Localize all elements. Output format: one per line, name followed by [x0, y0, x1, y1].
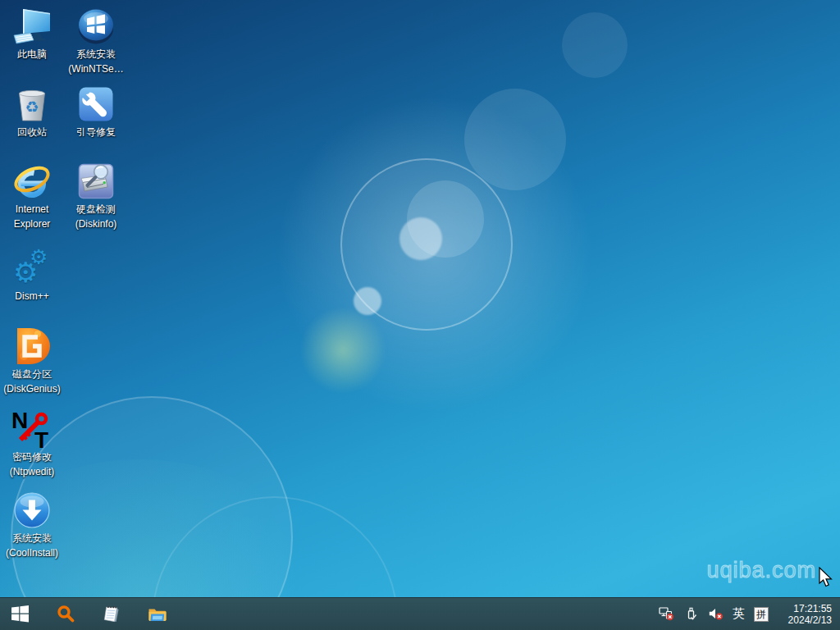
input-language-indicator[interactable]: 英 [733, 607, 745, 621]
desktop-icon-winntsetup[interactable]: 系统安装 (WinNTSe… [64, 7, 128, 75]
internet-explorer-icon [12, 162, 52, 201]
notepad-icon [103, 605, 121, 623]
system-tray: 英 拼 17:21:55 2024/2/13 [659, 598, 840, 630]
usb-safely-remove-icon[interactable] [683, 607, 699, 621]
boot-repair-icon [76, 84, 116, 124]
diskgenius-icon [12, 326, 52, 366]
letter-t: T [34, 427, 48, 449]
desktop-icon-coolinstall[interactable]: 系统安装 (CoolInstall) [0, 491, 64, 559]
windows-logo-icon [11, 605, 29, 623]
desktop-icon-diskgenius[interactable]: 磁盘分区 (DiskGenius) [0, 326, 64, 395]
clock-date: 2024/2/13 [781, 614, 832, 626]
mouse-cursor [819, 567, 835, 590]
diskinfo-icon [76, 162, 116, 201]
ntpwedit-icon: N T [12, 409, 52, 449]
taskbar-clock[interactable]: 17:21:55 2024/2/13 [778, 603, 832, 626]
icon-label: (DiskGenius) [0, 383, 64, 395]
letter-n: N [12, 409, 28, 433]
icon-label: 密码修改 [0, 451, 64, 463]
icon-label: (Diskinfo) [64, 218, 128, 231]
start-button[interactable] [0, 598, 39, 630]
this-pc-icon [12, 7, 52, 46]
ime-pinyin-indicator[interactable]: 拼 [754, 607, 769, 622]
desktop[interactable]: 此电脑 系统安装 (WinNTSe… [0, 0, 840, 597]
volume-muted-icon[interactable] [708, 607, 724, 621]
icon-label: Dism++ [0, 290, 64, 303]
desktop-icon-boot-repair[interactable]: 引导修复 [64, 84, 128, 139]
recycle-bin-icon: ♻ [12, 84, 52, 124]
desktop-icon-diskinfo[interactable]: 硬盘检测 (Diskinfo) [64, 162, 128, 231]
icon-label: 硬盘检测 [64, 203, 128, 216]
icon-label: (WinNTSe… [64, 63, 128, 75]
notepad-button[interactable] [92, 598, 131, 630]
icon-label: 系统安装 [0, 532, 64, 545]
desktop-icon-recycle-bin[interactable]: ♻ 回收站 [0, 84, 64, 139]
icon-label: Internet [0, 203, 64, 216]
file-explorer-button[interactable] [138, 598, 177, 630]
icon-label: 系统安装 [64, 48, 128, 61]
clock-time: 17:21:55 [781, 603, 832, 614]
winntsetup-icon [76, 7, 116, 46]
watermark: uqiba.com [706, 558, 816, 583]
coolinstall-icon [12, 491, 52, 530]
search-icon [57, 605, 75, 623]
icon-label: (Ntpwedit) [0, 466, 64, 478]
network-disconnected-icon[interactable] [659, 607, 674, 621]
icon-label: 引导修复 [64, 126, 128, 139]
icon-label: 磁盘分区 [0, 368, 64, 381]
search-everything-button[interactable] [46, 598, 85, 630]
gear-icon: ⚙ [30, 247, 48, 267]
icon-label: (CoolInstall) [0, 547, 64, 559]
icon-label: 此电脑 [0, 48, 64, 61]
desktop-icon-internet-explorer[interactable]: Internet Explorer [0, 162, 64, 231]
dism-icon: ⚙ ⚙ [12, 249, 52, 288]
desktop-icon-this-pc[interactable]: 此电脑 [0, 7, 64, 61]
desktop-icon-ntpwedit[interactable]: N T 密码修改 (Ntpwedit) [0, 409, 64, 478]
desktop-icon-dism[interactable]: ⚙ ⚙ Dism++ [0, 249, 64, 303]
icon-label: 回收站 [0, 126, 64, 139]
recycle-glyph: ♻ [25, 98, 39, 116]
icon-label: Explorer [0, 218, 64, 231]
taskbar: 英 拼 17:21:55 2024/2/13 [0, 597, 840, 630]
folder-icon [148, 606, 167, 623]
